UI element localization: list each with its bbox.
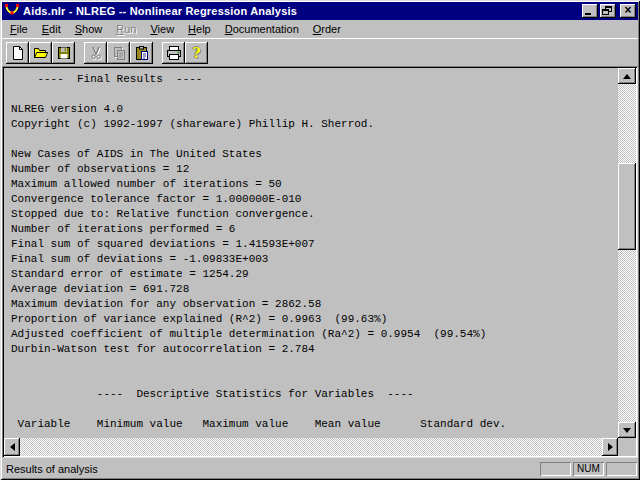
status-bar: Results of analysis NUM <box>2 460 638 478</box>
vertical-scrollbar[interactable] <box>618 68 636 438</box>
paste-clipboard-icon <box>134 45 150 61</box>
window-title: Aids.nlr - NLREG -- Nonlinear Regression… <box>23 5 582 17</box>
down-arrow-icon <box>623 428 631 433</box>
open-file-button[interactable] <box>29 42 52 64</box>
menu-run: Run <box>109 21 143 37</box>
paste-button[interactable] <box>130 42 153 64</box>
app-icon[interactable] <box>4 3 20 19</box>
scrollbar-corner <box>618 438 636 456</box>
open-folder-icon <box>33 45 49 61</box>
cut-scissors-icon <box>88 45 104 61</box>
application-window: Aids.nlr - NLREG -- Nonlinear Regression… <box>0 0 640 480</box>
cut-button <box>84 42 107 64</box>
status-message: Results of analysis <box>2 463 538 475</box>
menu-show[interactable]: Show <box>68 21 110 37</box>
status-panel-num: NUM <box>573 462 604 476</box>
results-text[interactable]: ---- Final Results ---- NLREG version 4.… <box>4 68 618 438</box>
minimize-button[interactable] <box>582 4 598 18</box>
copy-icon <box>111 45 127 61</box>
scroll-right-button[interactable] <box>602 438 618 456</box>
toolbar-separator <box>75 42 84 64</box>
menu-documentation[interactable]: Documentation <box>218 21 306 37</box>
scroll-down-button[interactable] <box>618 422 636 438</box>
new-file-icon <box>10 45 26 61</box>
copy-button <box>107 42 130 64</box>
menu-help[interactable]: Help <box>181 21 218 37</box>
help-button[interactable]: ? <box>185 42 208 64</box>
close-button[interactable]: × <box>620 4 636 18</box>
results-output-area[interactable]: ---- Final Results ---- NLREG version 4.… <box>2 66 638 458</box>
menu-file[interactable]: File <box>3 21 35 37</box>
print-button[interactable] <box>162 42 185 64</box>
toolbar: ? <box>2 38 638 66</box>
menu-view[interactable]: View <box>143 21 181 37</box>
save-floppy-icon <box>56 45 72 61</box>
restore-button[interactable] <box>600 4 616 18</box>
vertical-scrollbar-thumb[interactable] <box>618 163 636 250</box>
toolbar-separator <box>153 42 162 64</box>
status-panel-scrl <box>606 462 637 476</box>
save-button[interactable] <box>52 42 75 64</box>
scroll-left-button[interactable] <box>4 438 20 456</box>
title-bar: Aids.nlr - NLREG -- Nonlinear Regression… <box>2 2 638 20</box>
help-icon: ? <box>192 45 200 61</box>
left-arrow-icon <box>10 443 15 451</box>
close-icon: × <box>620 4 636 17</box>
status-panel-caps <box>540 462 571 476</box>
scroll-up-button[interactable] <box>618 68 636 84</box>
print-icon <box>166 45 182 61</box>
menu-edit[interactable]: Edit <box>35 21 68 37</box>
horizontal-scrollbar[interactable] <box>4 438 618 456</box>
right-arrow-icon <box>608 443 613 451</box>
menu-bar: File Edit Show Run View Help Documentati… <box>2 20 638 38</box>
up-arrow-icon <box>623 74 631 79</box>
minimize-icon <box>585 13 591 15</box>
menu-order[interactable]: Order <box>306 21 348 37</box>
new-file-button[interactable] <box>6 42 29 64</box>
